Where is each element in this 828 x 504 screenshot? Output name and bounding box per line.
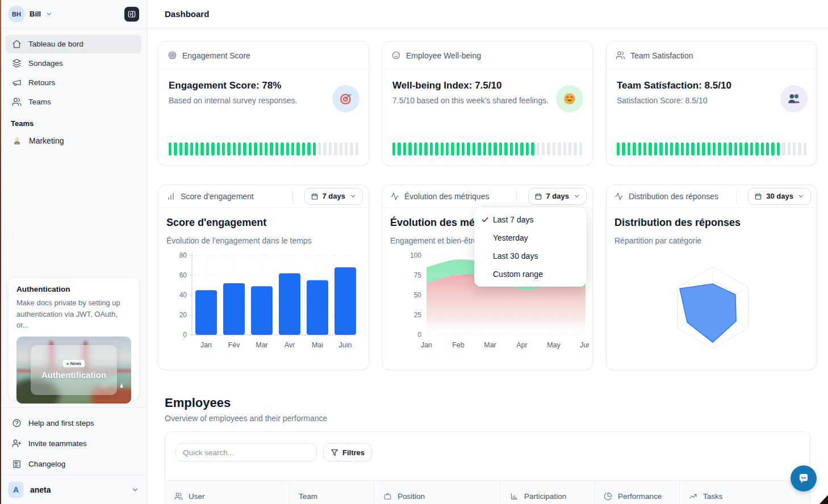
svg-text:Avr: Avr: [285, 341, 295, 349]
promo-image-overlay: News Authentification: [31, 345, 117, 395]
sidebar-item-dashboard[interactable]: Tableau de bord: [6, 35, 141, 53]
sidebar-item-teams[interactable]: Teams: [6, 93, 141, 111]
bar-chart-icon: [510, 492, 518, 501]
column-header-user[interactable]: User: [165, 481, 289, 504]
promo-title: Authentication: [16, 285, 131, 293]
users-icon: [616, 51, 625, 60]
filter-icon: [331, 448, 338, 456]
sidebar-item-surveys[interactable]: Sondages: [6, 54, 141, 73]
changelog-link[interactable]: Changelog: [6, 453, 141, 474]
card-header: Employee Well-being: [382, 41, 592, 70]
check-icon: [481, 216, 489, 224]
card-header-label: Employee Well-being: [406, 51, 481, 60]
app-root: BH Bill Tableau de bord Sondages Retours: [0, 0, 828, 504]
chart-subtitle: Évolution de l'engagement dans le temps: [166, 236, 312, 245]
activity-icon: [390, 192, 399, 201]
workspace-avatar: A: [8, 482, 24, 498]
date-range-button[interactable]: 7 days: [304, 188, 363, 205]
topbar: Dashboard: [148, 0, 828, 28]
menu-item-last-30-days[interactable]: Last 30 days: [474, 247, 587, 265]
engagement-chart-card: Score d'engagement 7 days Score d'engage…: [158, 184, 369, 370]
users-icon: [174, 492, 183, 501]
menu-item-last-7-days[interactable]: Last 7 days: [474, 211, 587, 229]
chevron-down-icon[interactable]: [45, 10, 53, 18]
column-header-tasks[interactable]: Tasks: [679, 481, 810, 504]
collapse-sidebar-button[interactable]: [124, 7, 139, 22]
sidebar-item-feedback[interactable]: Retours: [6, 73, 141, 92]
svg-text:0: 0: [417, 331, 421, 339]
panel-collapse-icon: [127, 10, 136, 19]
svg-text:40: 40: [179, 291, 187, 299]
sidebar-team-marketing[interactable]: Marketing: [6, 131, 141, 150]
mouse-cursor: [818, 494, 828, 504]
range-label: 7 days: [546, 192, 569, 200]
pie-chart-icon: [604, 492, 612, 501]
svg-text:100: 100: [410, 251, 421, 259]
users-icon: [12, 97, 22, 107]
divider: [736, 190, 737, 203]
chevron-down-icon: [573, 192, 580, 200]
card-header: Score d'engagement 7 days: [158, 185, 369, 208]
changelog-icon: [12, 459, 22, 469]
column-header-performance[interactable]: Performance: [594, 481, 679, 504]
screen-edge-artifact: [0, 0, 1, 504]
radar-chart: [614, 249, 813, 365]
stat-title: Team Satisfaction: 8.5/10: [617, 80, 731, 91]
invite-link[interactable]: Invite teammates: [6, 433, 141, 453]
employees-subtitle: Overview of employees and their performa…: [165, 414, 327, 423]
promo-image-title: Authentification: [41, 370, 106, 380]
footer-link-label: Help and first steps: [28, 419, 94, 427]
calendar-icon: [311, 192, 319, 200]
svg-text:Apr: Apr: [516, 341, 527, 349]
help-link[interactable]: Help and first steps: [6, 413, 141, 433]
svg-text:20: 20: [179, 311, 187, 319]
date-range-button[interactable]: 30 days: [748, 188, 811, 205]
news-badge: News: [63, 360, 85, 367]
menu-item-yesterday[interactable]: Yesterday: [474, 229, 587, 247]
user-name[interactable]: Bill: [30, 10, 41, 18]
progress-ticks: [169, 142, 358, 156]
smile-icon: [391, 51, 401, 60]
column-header-position[interactable]: Position: [374, 481, 500, 504]
svg-text:Jan: Jan: [200, 341, 212, 349]
promo-card[interactable]: Authentication Make docs private by sett…: [8, 277, 140, 401]
sidebar-item-label: Sondages: [28, 59, 63, 68]
promo-image: News Authentification: [16, 337, 131, 404]
chart-title: Distribution des réponses: [614, 217, 741, 229]
svg-text:75: 75: [414, 271, 422, 279]
divider: [292, 190, 293, 203]
chat-launcher-button[interactable]: [791, 465, 817, 492]
sailboat: [120, 383, 123, 388]
column-header-team[interactable]: Team: [289, 481, 374, 504]
user-plus-icon: [12, 439, 22, 448]
help-circle-icon: [12, 418, 22, 428]
menu-item-custom-range[interactable]: Custom range: [474, 265, 587, 283]
bar-chart-icon: [166, 192, 175, 201]
range-label: 30 days: [766, 192, 793, 200]
footer-link-label: Invite teammates: [28, 439, 87, 448]
workspace-switcher[interactable]: A aneta: [0, 474, 147, 504]
team-item-label: Marketing: [29, 136, 64, 145]
svg-text:Jan: Jan: [421, 341, 432, 349]
svg-text:0: 0: [183, 331, 187, 339]
stat-subtitle: Satisfaction Score: 8.5/10: [617, 96, 708, 105]
avatar[interactable]: BH: [8, 6, 25, 23]
stat-emoji-badge: [332, 85, 359, 112]
card-header-label: Engagement Score: [182, 51, 250, 60]
page-title: Dashboard: [165, 9, 209, 19]
chevron-down-icon: [797, 192, 805, 200]
bar-chart: 020406080JanFévMarAvrMaiJuin: [166, 249, 365, 365]
sidebar-item-label: Retours: [28, 78, 55, 87]
filters-button[interactable]: Filtres: [323, 443, 372, 461]
svg-text:60: 60: [179, 271, 187, 279]
table-header-row: User Team Position Participation Perform…: [165, 480, 810, 504]
card-header-label: Team Satisfaction: [630, 51, 693, 60]
promo-body: Make docs private by setting up authenti…: [16, 297, 131, 331]
search-input[interactable]: [175, 443, 317, 461]
date-range-button[interactable]: 7 days: [528, 188, 587, 205]
employees-table-card: Filtres User Team Position Participation: [165, 431, 810, 504]
sidebar: BH Bill Tableau de bord Sondages Retours: [0, 0, 148, 504]
column-header-participation[interactable]: Participation: [500, 481, 594, 504]
svg-text:80: 80: [179, 251, 187, 259]
target-icon: [168, 51, 177, 60]
